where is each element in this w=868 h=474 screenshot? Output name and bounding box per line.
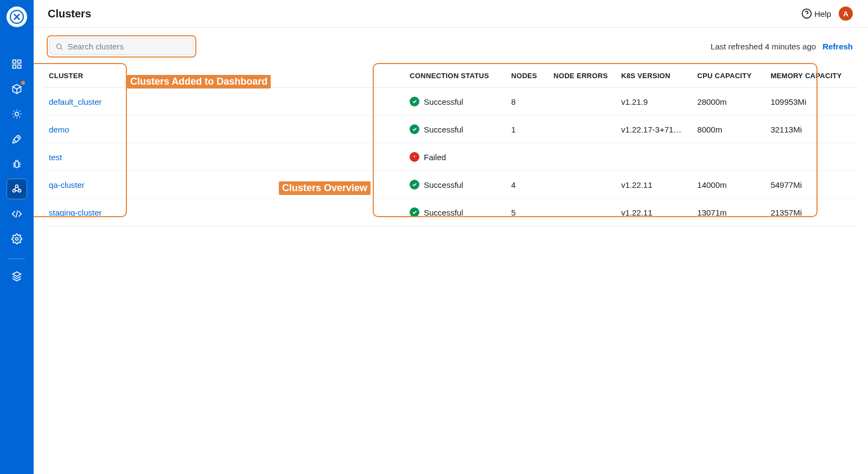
cell-k8s: v1.22.17-3+71… — [616, 116, 692, 143]
table-row: qa-clusterSuccessful4v1.22.1114000m54977… — [43, 171, 858, 199]
layers-icon — [11, 271, 22, 282]
page-title: Clusters — [48, 8, 91, 20]
cluster-name-link[interactable]: default_cluster — [43, 88, 404, 116]
search-highlight-box — [47, 35, 196, 58]
nav-packages[interactable] — [7, 79, 27, 99]
cell-memory: 32113Mi — [765, 116, 858, 143]
cell-status: Successful — [404, 199, 506, 226]
help-button[interactable]: Help — [801, 8, 831, 19]
svg-point-9 — [13, 189, 16, 192]
refresh-button[interactable]: Refresh — [822, 42, 853, 51]
check-icon — [410, 207, 419, 217]
cell-nodes: 8 — [506, 88, 548, 116]
svg-point-10 — [18, 189, 21, 192]
cell-status: Successful — [404, 116, 506, 143]
toolbar: Last refreshed 4 minutes ago Refresh — [34, 28, 868, 65]
cell-k8s: v1.22.11 — [616, 171, 692, 199]
cell-cpu: 13071m — [692, 199, 765, 226]
help-icon — [801, 8, 812, 19]
svg-rect-7 — [15, 161, 19, 168]
svg-point-11 — [16, 238, 18, 241]
nav-code[interactable] — [7, 204, 27, 224]
nav-settings[interactable] — [7, 229, 27, 249]
search-field[interactable] — [49, 38, 194, 55]
nav-deploy[interactable] — [7, 129, 27, 149]
th-connection-status[interactable]: CONNECTION STATUS — [404, 65, 506, 88]
svg-point-5 — [15, 112, 19, 116]
status-text: Successful — [424, 180, 463, 189]
cube-icon — [11, 84, 22, 94]
cluster-name-link[interactable]: test — [43, 143, 404, 171]
main-content: Clusters Help A Last refreshed 4 minutes… — [34, 0, 868, 474]
cluster-name-link[interactable]: staging-cluster — [43, 199, 404, 226]
cell-k8s: v1.21.9 — [616, 88, 692, 116]
th-k8s-version[interactable]: K8S VERSION — [616, 65, 692, 88]
svg-rect-4 — [18, 65, 21, 68]
logo-icon — [10, 10, 24, 24]
cell-node_errors — [548, 171, 616, 199]
cell-nodes: 1 — [506, 116, 548, 143]
cell-cpu: 14000m — [692, 171, 765, 199]
notification-badge-icon — [21, 81, 25, 85]
th-node-errors[interactable]: NODE ERRORS — [548, 65, 616, 88]
cell-cpu: 8000m — [692, 116, 765, 143]
svg-point-13 — [56, 44, 61, 48]
last-refreshed-text: Last refreshed 4 minutes ago — [711, 42, 816, 51]
nav-debug[interactable] — [7, 154, 27, 174]
cell-memory: 109953Mi — [765, 88, 858, 116]
cluster-icon — [11, 184, 22, 194]
cluster-name-link[interactable]: demo — [43, 116, 404, 143]
status-text: Successful — [424, 97, 463, 106]
cell-k8s — [616, 143, 692, 171]
nav-stack[interactable] — [7, 267, 27, 286]
check-icon — [410, 180, 419, 189]
code-icon — [11, 208, 22, 219]
brand-logo[interactable] — [7, 7, 27, 27]
annotation-clusters-overview: Clusters Overview — [279, 181, 371, 195]
avatar[interactable]: A — [839, 7, 853, 21]
status-text: Failed — [424, 153, 446, 162]
status-text: Successful — [424, 208, 463, 217]
cell-node_errors — [548, 88, 616, 116]
nav-dashboard[interactable] — [7, 54, 27, 74]
cell-memory: 21357Mi — [765, 199, 858, 226]
check-icon — [410, 124, 419, 134]
table-row: default_clusterSuccessful8v1.21.928000m1… — [43, 88, 858, 116]
avatar-initial: A — [843, 10, 848, 18]
svg-point-6 — [18, 137, 19, 138]
table-row: demoSuccessful1v1.22.17-3+71…8000m32113M… — [43, 116, 858, 143]
cell-status: Successful — [404, 88, 506, 116]
cell-cpu: 28000m — [692, 88, 765, 116]
nav-build[interactable] — [7, 104, 27, 124]
th-memory-capacity[interactable]: MEMORY CAPACITY — [765, 65, 858, 88]
cell-memory: 54977Mi — [765, 171, 858, 199]
th-cpu-capacity[interactable]: CPU CAPACITY — [692, 65, 765, 88]
th-nodes[interactable]: NODES — [506, 65, 548, 88]
error-icon — [410, 152, 419, 162]
search-input[interactable] — [68, 42, 188, 51]
cell-k8s: v1.22.11 — [616, 199, 692, 226]
search-icon — [55, 42, 63, 51]
nav-clusters[interactable] — [7, 179, 27, 199]
status-text: Successful — [424, 125, 463, 134]
clusters-table-wrap: CLUSTER CONNECTION STATUS NODES NODE ERR… — [34, 65, 868, 226]
help-label: Help — [814, 9, 831, 18]
bug-icon — [11, 159, 22, 169]
refresh-area: Last refreshed 4 minutes ago Refresh — [711, 42, 853, 51]
table-row: staging-clusterSuccessful5v1.22.1113071m… — [43, 199, 858, 226]
cell-node_errors — [548, 199, 616, 226]
svg-rect-3 — [13, 65, 16, 68]
header: Clusters Help A — [34, 0, 868, 28]
svg-rect-1 — [13, 60, 16, 64]
header-actions: Help A — [801, 7, 853, 21]
grid-icon — [11, 59, 22, 69]
rocket-icon — [11, 134, 22, 144]
nav-divider — [9, 258, 25, 259]
cell-node_errors — [548, 116, 616, 143]
sun-gear-icon — [11, 109, 22, 119]
cell-status: Successful — [404, 171, 506, 199]
check-icon — [410, 97, 419, 106]
annotation-clusters-added: Clusters Added to Dashboard — [127, 75, 271, 89]
cell-node_errors — [548, 143, 616, 171]
table-row: testFailed — [43, 143, 858, 171]
